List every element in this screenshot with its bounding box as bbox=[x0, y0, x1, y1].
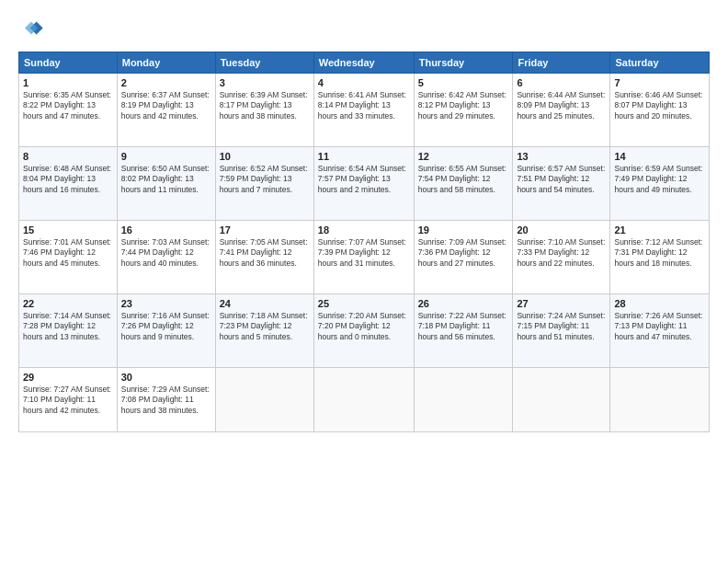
day-info: Sunrise: 7:14 AM Sunset: 7:28 PM Dayligh… bbox=[23, 311, 113, 342]
day-number: 29 bbox=[23, 372, 113, 383]
day-number: 21 bbox=[614, 224, 705, 236]
day-info: Sunrise: 6:48 AM Sunset: 8:04 PM Dayligh… bbox=[23, 164, 113, 195]
day-info: Sunrise: 7:24 AM Sunset: 7:15 PM Dayligh… bbox=[517, 311, 606, 342]
table-cell: 24Sunrise: 7:18 AM Sunset: 7:23 PM Dayli… bbox=[215, 294, 313, 368]
day-info: Sunrise: 7:20 AM Sunset: 7:20 PM Dayligh… bbox=[318, 311, 410, 342]
day-info: Sunrise: 7:05 AM Sunset: 7:41 PM Dayligh… bbox=[220, 237, 310, 269]
day-number: 18 bbox=[318, 224, 410, 236]
table-cell: 3Sunrise: 6:39 AM Sunset: 8:17 PM Daylig… bbox=[215, 74, 313, 147]
day-number: 12 bbox=[418, 151, 509, 162]
table-cell: 10Sunrise: 6:52 AM Sunset: 7:59 PM Dayli… bbox=[215, 147, 313, 221]
col-thursday: Thursday bbox=[414, 52, 513, 74]
day-info: Sunrise: 6:35 AM Sunset: 8:22 PM Dayligh… bbox=[23, 90, 113, 121]
day-number: 9 bbox=[121, 151, 211, 162]
col-friday: Friday bbox=[513, 52, 610, 74]
table-cell bbox=[610, 368, 710, 432]
table-cell: 1Sunrise: 6:35 AM Sunset: 8:22 PM Daylig… bbox=[19, 74, 118, 147]
table-cell: 28Sunrise: 7:26 AM Sunset: 7:13 PM Dayli… bbox=[610, 294, 710, 368]
table-cell: 14Sunrise: 6:59 AM Sunset: 7:49 PM Dayli… bbox=[610, 147, 710, 221]
day-number: 24 bbox=[220, 298, 310, 309]
table-cell: 12Sunrise: 6:55 AM Sunset: 7:54 PM Dayli… bbox=[414, 147, 513, 221]
table-cell: 15Sunrise: 7:01 AM Sunset: 7:46 PM Dayli… bbox=[19, 221, 118, 294]
day-info: Sunrise: 6:46 AM Sunset: 8:07 PM Dayligh… bbox=[614, 90, 705, 121]
day-number: 25 bbox=[318, 298, 410, 309]
day-number: 11 bbox=[318, 151, 410, 162]
day-info: Sunrise: 6:41 AM Sunset: 8:14 PM Dayligh… bbox=[318, 90, 410, 121]
table-cell: 19Sunrise: 7:09 AM Sunset: 7:36 PM Dayli… bbox=[414, 221, 513, 294]
table-cell bbox=[215, 368, 313, 432]
day-info: Sunrise: 6:44 AM Sunset: 8:09 PM Dayligh… bbox=[517, 90, 606, 121]
day-info: Sunrise: 7:18 AM Sunset: 7:23 PM Dayligh… bbox=[220, 311, 310, 342]
day-number: 16 bbox=[121, 224, 211, 236]
day-info: Sunrise: 6:37 AM Sunset: 8:19 PM Dayligh… bbox=[121, 90, 211, 121]
table-cell: 11Sunrise: 6:54 AM Sunset: 7:57 PM Dayli… bbox=[313, 147, 414, 221]
day-info: Sunrise: 7:29 AM Sunset: 7:08 PM Dayligh… bbox=[121, 385, 211, 416]
day-number: 8 bbox=[23, 151, 113, 162]
table-cell: 9Sunrise: 6:50 AM Sunset: 8:02 PM Daylig… bbox=[117, 147, 215, 221]
day-number: 5 bbox=[418, 77, 509, 88]
day-number: 19 bbox=[418, 224, 509, 236]
table-cell bbox=[414, 368, 513, 432]
day-info: Sunrise: 6:50 AM Sunset: 8:02 PM Dayligh… bbox=[121, 164, 211, 195]
table-cell: 20Sunrise: 7:10 AM Sunset: 7:33 PM Dayli… bbox=[513, 221, 610, 294]
day-number: 1 bbox=[23, 77, 113, 88]
day-number: 17 bbox=[220, 224, 310, 236]
table-cell: 22Sunrise: 7:14 AM Sunset: 7:28 PM Dayli… bbox=[19, 294, 118, 368]
day-info: Sunrise: 7:09 AM Sunset: 7:36 PM Dayligh… bbox=[418, 237, 509, 269]
day-info: Sunrise: 6:52 AM Sunset: 7:59 PM Dayligh… bbox=[220, 164, 310, 195]
table-cell: 21Sunrise: 7:12 AM Sunset: 7:31 PM Dayli… bbox=[610, 221, 710, 294]
day-number: 26 bbox=[418, 298, 509, 309]
day-number: 30 bbox=[121, 372, 211, 383]
col-sunday: Sunday bbox=[19, 52, 118, 74]
table-cell: 4Sunrise: 6:41 AM Sunset: 8:14 PM Daylig… bbox=[313, 74, 414, 147]
day-number: 27 bbox=[517, 298, 606, 309]
day-info: Sunrise: 7:03 AM Sunset: 7:44 PM Dayligh… bbox=[121, 237, 211, 269]
day-number: 13 bbox=[517, 151, 606, 162]
table-cell: 5Sunrise: 6:42 AM Sunset: 8:12 PM Daylig… bbox=[414, 74, 513, 147]
table-cell bbox=[313, 368, 414, 432]
table-cell: 26Sunrise: 7:22 AM Sunset: 7:18 PM Dayli… bbox=[414, 294, 513, 368]
day-info: Sunrise: 6:42 AM Sunset: 8:12 PM Dayligh… bbox=[418, 90, 509, 121]
table-cell: 29Sunrise: 7:27 AM Sunset: 7:10 PM Dayli… bbox=[19, 368, 118, 432]
col-saturday: Saturday bbox=[610, 52, 710, 74]
calendar-header-row: Sunday Monday Tuesday Wednesday Thursday… bbox=[19, 52, 710, 74]
day-info: Sunrise: 6:39 AM Sunset: 8:17 PM Dayligh… bbox=[220, 90, 310, 121]
day-info: Sunrise: 6:54 AM Sunset: 7:57 PM Dayligh… bbox=[318, 164, 410, 195]
table-cell: 25Sunrise: 7:20 AM Sunset: 7:20 PM Dayli… bbox=[313, 294, 414, 368]
day-info: Sunrise: 6:59 AM Sunset: 7:49 PM Dayligh… bbox=[614, 164, 705, 195]
header bbox=[18, 17, 710, 42]
day-info: Sunrise: 7:26 AM Sunset: 7:13 PM Dayligh… bbox=[614, 311, 705, 342]
day-info: Sunrise: 7:12 AM Sunset: 7:31 PM Dayligh… bbox=[614, 237, 705, 269]
table-cell: 18Sunrise: 7:07 AM Sunset: 7:39 PM Dayli… bbox=[313, 221, 414, 294]
day-info: Sunrise: 7:22 AM Sunset: 7:18 PM Dayligh… bbox=[418, 311, 509, 342]
day-info: Sunrise: 7:27 AM Sunset: 7:10 PM Dayligh… bbox=[23, 385, 113, 416]
day-info: Sunrise: 7:07 AM Sunset: 7:39 PM Dayligh… bbox=[318, 237, 410, 269]
table-cell: 6Sunrise: 6:44 AM Sunset: 8:09 PM Daylig… bbox=[513, 74, 610, 147]
table-cell: 16Sunrise: 7:03 AM Sunset: 7:44 PM Dayli… bbox=[117, 221, 215, 294]
day-info: Sunrise: 6:55 AM Sunset: 7:54 PM Dayligh… bbox=[418, 164, 509, 195]
col-monday: Monday bbox=[117, 52, 215, 74]
table-cell: 27Sunrise: 7:24 AM Sunset: 7:15 PM Dayli… bbox=[513, 294, 610, 368]
logo bbox=[18, 17, 46, 42]
day-number: 28 bbox=[614, 298, 705, 309]
day-number: 14 bbox=[614, 151, 705, 162]
table-cell: 23Sunrise: 7:16 AM Sunset: 7:26 PM Dayli… bbox=[117, 294, 215, 368]
table-cell: 17Sunrise: 7:05 AM Sunset: 7:41 PM Dayli… bbox=[215, 221, 313, 294]
table-cell: 8Sunrise: 6:48 AM Sunset: 8:04 PM Daylig… bbox=[19, 147, 118, 221]
table-cell: 30Sunrise: 7:29 AM Sunset: 7:08 PM Dayli… bbox=[117, 368, 215, 432]
col-tuesday: Tuesday bbox=[215, 52, 313, 74]
table-cell: 13Sunrise: 6:57 AM Sunset: 7:51 PM Dayli… bbox=[513, 147, 610, 221]
day-number: 6 bbox=[517, 77, 606, 88]
day-number: 7 bbox=[614, 77, 705, 88]
day-number: 3 bbox=[220, 77, 310, 88]
day-number: 23 bbox=[121, 298, 211, 309]
table-cell: 7Sunrise: 6:46 AM Sunset: 8:07 PM Daylig… bbox=[610, 74, 710, 147]
calendar-table: Sunday Monday Tuesday Wednesday Thursday… bbox=[18, 52, 710, 432]
day-number: 10 bbox=[220, 151, 310, 162]
day-info: Sunrise: 7:01 AM Sunset: 7:46 PM Dayligh… bbox=[23, 237, 113, 269]
day-info: Sunrise: 7:10 AM Sunset: 7:33 PM Dayligh… bbox=[517, 237, 606, 269]
day-info: Sunrise: 6:57 AM Sunset: 7:51 PM Dayligh… bbox=[517, 164, 606, 195]
day-number: 20 bbox=[517, 224, 606, 236]
page: Sunday Monday Tuesday Wednesday Thursday… bbox=[0, 0, 728, 563]
day-number: 15 bbox=[23, 224, 113, 236]
